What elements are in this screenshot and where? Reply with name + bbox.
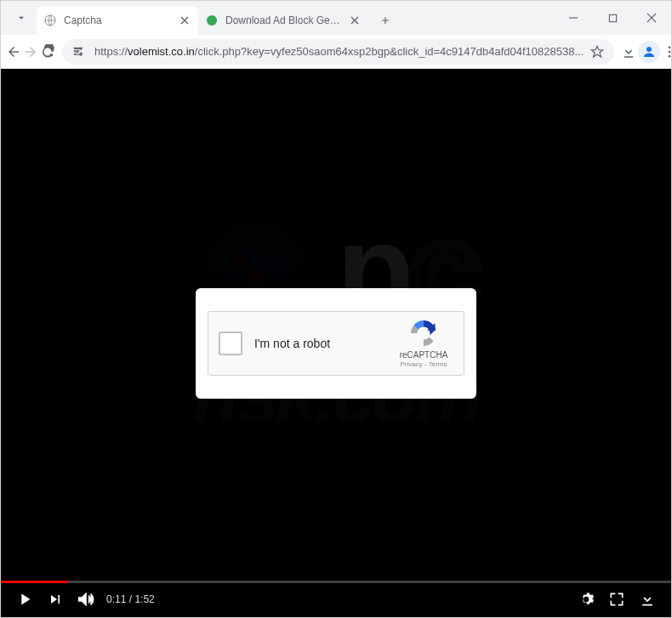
recaptcha-links: Privacy - Terms	[394, 360, 453, 368]
arrow-left-icon	[6, 44, 21, 60]
svg-point-6	[80, 48, 83, 50]
star-icon	[589, 44, 605, 60]
terms-link[interactable]: Terms	[429, 360, 447, 368]
fullscreen-button[interactable]	[601, 584, 632, 615]
privacy-link[interactable]: Privacy	[401, 360, 423, 368]
download-icon	[621, 44, 636, 60]
gear-icon	[578, 591, 595, 608]
url-text: https://volemist.co.in/click.php?key=vyf…	[94, 45, 584, 58]
plus-icon	[379, 14, 391, 26]
svg-point-7	[77, 50, 79, 53]
site-info-button[interactable]	[71, 43, 88, 60]
tune-icon	[72, 45, 86, 59]
volume-icon	[77, 590, 95, 609]
svg-point-11	[669, 50, 671, 53]
svg-point-10	[669, 46, 671, 48]
new-tab-button[interactable]	[373, 9, 397, 32]
browser-window: Captcha Download Ad Block Genius	[0, 0, 672, 618]
svg-point-9	[646, 47, 652, 52]
recaptcha-icon	[408, 318, 439, 349]
reload-icon	[40, 44, 55, 60]
address-bar[interactable]: https://volemist.co.in/click.php?key=vyf…	[62, 39, 614, 65]
chevron-down-icon	[15, 12, 27, 24]
download-icon	[639, 591, 656, 608]
dots-vertical-icon	[662, 44, 672, 60]
tab-close-button[interactable]	[348, 14, 362, 27]
skip-next-icon	[47, 591, 64, 608]
arrow-right-icon	[23, 44, 38, 60]
svg-point-1	[207, 15, 217, 26]
bookmark-button[interactable]	[589, 43, 606, 60]
play-icon	[15, 590, 34, 609]
maximize-icon	[608, 14, 618, 23]
tab-close-button[interactable]	[178, 14, 191, 27]
tab-strip: Captcha Download Ad Block Genius	[1, 1, 671, 35]
back-button[interactable]	[6, 38, 21, 65]
svg-point-12	[669, 54, 671, 57]
close-window-button[interactable]	[632, 1, 671, 35]
tab-title: Captcha	[64, 14, 173, 26]
reload-button[interactable]	[40, 38, 55, 65]
svg-rect-2	[609, 14, 616, 21]
video-controls: 0:11 / 1:52	[1, 581, 671, 617]
tabs-container: Captcha Download Ad Block Genius	[37, 1, 368, 35]
close-icon	[646, 13, 657, 23]
close-icon	[350, 16, 359, 25]
forward-button[interactable]	[23, 38, 38, 65]
menu-button[interactable]	[662, 38, 672, 65]
globe-icon	[43, 14, 57, 27]
green-dot-icon	[205, 14, 219, 27]
profile-button[interactable]	[638, 38, 660, 65]
time-display: 0:11 / 1:52	[106, 593, 155, 605]
recaptcha-label: I'm not a robot	[254, 337, 394, 350]
volume-button[interactable]	[71, 584, 101, 615]
recaptcha-widget: I'm not a robot reCAPTCHA Privacy - Term…	[208, 311, 464, 376]
recaptcha-branding: reCAPTCHA Privacy - Terms	[394, 318, 453, 368]
tab-adblock[interactable]: Download Ad Block Genius	[198, 6, 368, 35]
close-icon	[180, 16, 189, 25]
minimize-icon	[568, 13, 578, 23]
next-button[interactable]	[40, 584, 71, 615]
tab-search-button[interactable]	[9, 6, 33, 30]
svg-point-8	[80, 53, 83, 55]
captcha-dialog: I'm not a robot reCAPTCHA Privacy - Term…	[196, 288, 476, 399]
page-content: pc risk.com I'm not a robot	[1, 69, 671, 617]
avatar-icon	[638, 41, 660, 63]
downloads-button[interactable]	[621, 38, 636, 65]
recaptcha-checkbox[interactable]	[219, 332, 242, 355]
maximize-button[interactable]	[593, 1, 632, 35]
tab-captcha[interactable]: Captcha	[37, 6, 198, 35]
window-controls	[554, 1, 671, 35]
play-button[interactable]	[9, 584, 40, 615]
settings-button[interactable]	[571, 584, 601, 615]
tab-title: Download Ad Block Genius	[225, 14, 343, 26]
toolbar: https://volemist.co.in/click.php?key=vyf…	[1, 35, 671, 69]
fullscreen-icon	[608, 591, 625, 608]
minimize-button[interactable]	[554, 1, 593, 35]
download-video-button[interactable]	[632, 584, 663, 615]
recaptcha-brand-text: reCAPTCHA	[394, 350, 453, 360]
